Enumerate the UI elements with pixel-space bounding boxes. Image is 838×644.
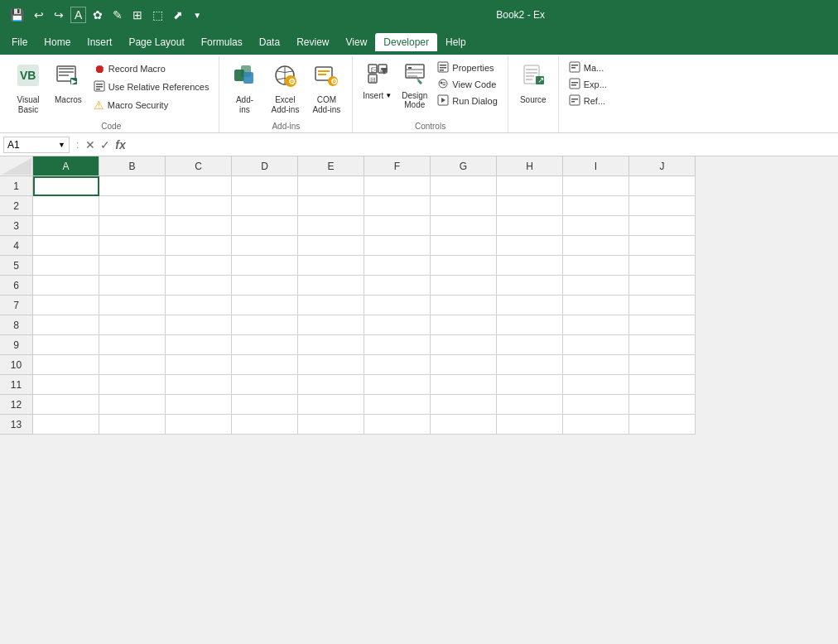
exp-button[interactable]: Exp... [566, 76, 610, 93]
menu-page-layout[interactable]: Page Layout [120, 33, 192, 51]
redo-icon[interactable]: ↪ [51, 7, 67, 23]
menu-view[interactable]: View [338, 33, 376, 51]
excel-addins-button[interactable]: ⚙ ExcelAdd-ins [266, 60, 304, 118]
insert-function-icon[interactable]: fx [115, 138, 125, 151]
table-row [33, 415, 696, 435]
cell-B1[interactable] [99, 176, 166, 196]
col-header-A[interactable]: A [33, 156, 99, 176]
com-addins-icon: ⚙ [314, 63, 339, 94]
pen-icon[interactable]: ✎ [109, 7, 126, 23]
view-code-button[interactable]: View Code [434, 76, 500, 93]
macro-security-button[interactable]: ⚠ Macro Security [90, 96, 213, 114]
ma-label: Ma... [584, 63, 604, 73]
format-icon[interactable]: A [70, 7, 86, 23]
svg-text:↗: ↗ [537, 75, 544, 84]
menu-developer[interactable]: Developer [375, 33, 437, 51]
cell-C1[interactable] [166, 176, 232, 196]
properties-button[interactable]: Properties [434, 60, 500, 76]
gear-icon[interactable]: ✿ [89, 7, 106, 23]
row-header-9[interactable]: 9 [0, 335, 33, 355]
undo-icon[interactable]: ↩ [31, 7, 47, 23]
relative-references-button[interactable]: Use Relative References [90, 78, 213, 96]
ribbon-group-source: ↗ Source [508, 56, 559, 132]
row-header-8[interactable]: 8 [0, 315, 33, 335]
cell-D1[interactable] [232, 176, 298, 196]
corner-cell [0, 156, 33, 176]
save-icon[interactable]: 💾 [7, 7, 27, 23]
row-header-13[interactable]: 13 [0, 415, 33, 435]
visual-basic-button[interactable]: VB VisualBasic [10, 60, 46, 118]
svg-rect-11 [96, 89, 100, 90]
ma-button[interactable]: Ma... [566, 60, 610, 76]
row-header-11[interactable]: 11 [0, 375, 33, 395]
run-dialog-button[interactable]: Run Dialog [434, 93, 500, 109]
insert-label: Insert [363, 91, 383, 100]
svg-rect-10 [96, 86, 103, 88]
col-header-I[interactable]: I [563, 156, 629, 176]
menu-help[interactable]: Help [437, 33, 474, 51]
row-header-12[interactable]: 12 [0, 395, 33, 415]
com-addins-label: COMAdd-ins [312, 95, 340, 115]
col-header-J[interactable]: J [629, 156, 696, 176]
row-header-6[interactable]: 6 [0, 276, 33, 296]
cell-A2[interactable] [33, 196, 99, 216]
menu-review[interactable]: Review [288, 33, 337, 51]
align-icon[interactable]: ⬚ [149, 7, 166, 23]
row-header-3[interactable]: 3 [0, 216, 33, 236]
menu-data[interactable]: Data [251, 33, 288, 51]
name-box[interactable]: A1 ▼ [3, 137, 70, 153]
col-header-G[interactable]: G [431, 156, 497, 176]
relative-ref-icon [94, 80, 105, 94]
cell-E1[interactable] [298, 176, 364, 196]
ref-button[interactable]: Ref... [566, 93, 610, 109]
confirm-formula-icon[interactable]: ✓ [100, 138, 110, 151]
table-row [33, 375, 696, 395]
col-header-E[interactable]: E [298, 156, 364, 176]
run-dialog-icon [437, 94, 449, 108]
row-header-5[interactable]: 5 [0, 256, 33, 276]
row-header-4[interactable]: 4 [0, 236, 33, 256]
cell-H1[interactable] [497, 176, 563, 196]
source-group-label [515, 127, 551, 131]
grid-icon[interactable]: ⊞ [129, 7, 146, 23]
formula-input[interactable] [129, 137, 835, 152]
menu-formulas[interactable]: Formulas [193, 33, 251, 51]
cell-I1[interactable] [563, 176, 629, 196]
row-header-7[interactable]: 7 [0, 296, 33, 315]
macros-button[interactable]: ▶ Macros [50, 60, 87, 108]
col-header-C[interactable]: C [166, 156, 232, 176]
dropdown-icon[interactable]: ▼ [190, 9, 205, 22]
com-addins-button[interactable]: ⚙ COMAdd-ins [307, 60, 345, 118]
visual-basic-label: VisualBasic [17, 95, 39, 115]
row-header-1[interactable]: 1 [0, 176, 33, 196]
cell-G1[interactable] [431, 176, 497, 196]
svg-rect-14 [243, 72, 253, 84]
ribbon: VB VisualBasic ▶ Macros [0, 55, 838, 133]
title-bar-icons[interactable]: 💾 ↩ ↪ A ✿ ✎ ⊞ ⬚ ⬈ ▼ [7, 7, 205, 23]
addins-icon [232, 63, 257, 94]
record-macro-button[interactable]: ⏺ Record Macro [90, 60, 213, 78]
design-mode-button[interactable]: DesignMode [398, 60, 431, 113]
row-header-10[interactable]: 10 [0, 355, 33, 375]
addins-button[interactable]: Add-ins [226, 60, 262, 118]
arrow-icon[interactable]: ⬈ [170, 7, 186, 23]
cell-A1[interactable] [33, 176, 99, 196]
col-header-H[interactable]: H [497, 156, 563, 176]
cell-J1[interactable] [629, 176, 696, 196]
menu-home[interactable]: Home [36, 33, 79, 51]
col-header-D[interactable]: D [232, 156, 298, 176]
addins-group-content: Add-ins ⚙ ExcelAdd-ins [226, 60, 345, 118]
svg-rect-40 [440, 67, 446, 69]
col-header-F[interactable]: F [364, 156, 431, 176]
row-header-2[interactable]: 2 [0, 196, 33, 216]
cell-F1[interactable] [364, 176, 431, 196]
insert-button[interactable]: ☐ ▷ ab ⊟ ▼ Insert ▼ [359, 60, 395, 103]
menu-file[interactable]: File [3, 33, 36, 51]
menu-bar: File Home Insert Page Layout Formulas Da… [0, 30, 838, 55]
svg-marker-64 [2, 158, 31, 175]
menu-insert[interactable]: Insert [79, 33, 120, 51]
source-button[interactable]: ↗ Source [515, 60, 551, 108]
cancel-formula-icon[interactable]: ✕ [85, 138, 95, 151]
record-icon: ⏺ [94, 62, 105, 75]
col-header-B[interactable]: B [99, 156, 166, 176]
